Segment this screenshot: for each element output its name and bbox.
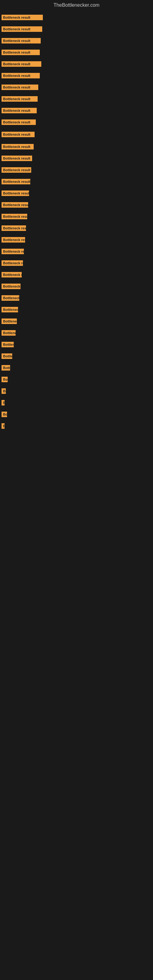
bottleneck-bar: Bottleneck result xyxy=(2,179,30,185)
bottleneck-label: Bottleneck result xyxy=(2,272,22,277)
bottleneck-label: Bottleneck result xyxy=(2,179,30,185)
bottleneck-label: Bottleneck result xyxy=(2,84,38,90)
bottleneck-bar: Bottleneck result xyxy=(2,214,27,219)
bottleneck-bar: Bottleneck result xyxy=(2,73,40,78)
bottleneck-bar: Bottleneck result xyxy=(2,318,17,324)
bottleneck-label: Bottleneck result xyxy=(2,295,19,301)
bottleneck-label: Bottleneck result xyxy=(2,330,16,336)
bottleneck-label: Bottleneck result xyxy=(2,132,35,137)
site-title: TheBottlenecker.com xyxy=(0,0,153,9)
bottleneck-bar: Bottleneck result xyxy=(2,26,42,32)
bottleneck-bar: Bottleneck result xyxy=(2,249,24,254)
bottleneck-label: Bottleneck result xyxy=(2,237,25,243)
bottleneck-bar: Bottleneck result xyxy=(2,342,14,347)
bottleneck-bar: Bottleneck result xyxy=(2,191,29,196)
bottleneck-label: Bottleneck result xyxy=(2,167,31,173)
bottleneck-bar: Bottleneck result xyxy=(2,202,28,208)
bottleneck-label: Bottleneck result xyxy=(2,108,37,113)
bottleneck-label: Bottleneck result xyxy=(2,38,41,43)
bottleneck-label: Bottleneck result xyxy=(2,365,10,371)
bottleneck-label: Bottleneck result xyxy=(2,225,26,231)
bottleneck-label: Bottleneck result xyxy=(2,61,41,67)
bottleneck-bar: Bottleneck result xyxy=(2,15,43,20)
bottleneck-bar: Bottleneck result xyxy=(2,225,26,231)
bottleneck-label: Bottleneck result xyxy=(2,318,17,324)
bottleneck-label: Bottleneck result xyxy=(2,307,18,312)
bottleneck-bar: Bottleneck result xyxy=(2,167,31,173)
bottleneck-bar: Bottleneck result xyxy=(2,295,19,301)
bottleneck-bar: Bottleneck result xyxy=(2,132,35,137)
bottleneck-bar: Bottleneck result xyxy=(2,307,18,312)
bottleneck-label: Bottleneck result xyxy=(2,144,33,150)
bottleneck-label: Bottleneck result xyxy=(2,377,8,382)
bottleneck-bar: Bottleneck result xyxy=(2,156,32,161)
bottleneck-label: Bottleneck result xyxy=(2,49,40,55)
bottleneck-label: Bottleneck result xyxy=(2,214,27,219)
bottleneck-bar: Bottleneck result xyxy=(2,377,8,382)
bottleneck-bar: Bottleneck result xyxy=(2,272,22,277)
bottleneck-label: Bottleneck result xyxy=(2,191,29,196)
bottleneck-bar: Bottleneck result xyxy=(2,96,38,102)
bottleneck-label: Bottleneck result xyxy=(2,156,32,161)
bottleneck-bar: Bottleneck result xyxy=(2,84,38,90)
bottleneck-bar: Bottleneck result xyxy=(2,400,5,406)
bottleneck-bar: Bottleneck result xyxy=(2,108,37,113)
bottleneck-label: Bottleneck result xyxy=(2,96,38,102)
bottleneck-bar: Bottleneck result xyxy=(2,144,33,150)
bottleneck-label: Bottleneck result xyxy=(2,119,36,125)
bottleneck-label: Bottleneck result xyxy=(2,260,23,266)
bottleneck-label: Bottleneck result xyxy=(2,249,24,254)
bottleneck-label: Bottleneck result xyxy=(2,283,21,289)
bottleneck-bar: Bottleneck result xyxy=(2,365,10,371)
bottleneck-bar: Bottleneck result xyxy=(2,423,5,429)
bottleneck-bar: Bottleneck result xyxy=(2,119,36,125)
bottleneck-bar: Bottleneck result xyxy=(2,260,23,266)
bottleneck-bar: Bottleneck result xyxy=(2,61,41,67)
bottleneck-label: Bottleneck result xyxy=(2,342,14,347)
bottleneck-label: Bottleneck result xyxy=(2,73,40,78)
bottleneck-bar: Bottleneck result xyxy=(2,38,41,43)
bottleneck-bar: Bottleneck result xyxy=(2,353,12,359)
bottleneck-label: Bottleneck result xyxy=(2,353,12,359)
bottleneck-bar: Bottleneck result xyxy=(2,283,21,289)
bottleneck-label: Bottleneck result xyxy=(2,388,6,394)
bottleneck-bar: Bottleneck result xyxy=(2,412,7,417)
bottleneck-label: Bottleneck result xyxy=(2,202,28,208)
bottleneck-bar: Bottleneck result xyxy=(2,49,40,55)
bottleneck-bar: Bottleneck result xyxy=(2,330,16,336)
bottleneck-label: Bottleneck result xyxy=(2,412,7,417)
bottleneck-label: Bottleneck result xyxy=(2,400,5,406)
bottleneck-label: Bottleneck result xyxy=(2,26,42,32)
bottleneck-bar: Bottleneck result xyxy=(2,237,25,243)
bottleneck-bar: Bottleneck result xyxy=(2,388,6,394)
bottleneck-label: Bottleneck result xyxy=(2,15,43,20)
bottleneck-label: Bottleneck result xyxy=(2,423,5,429)
